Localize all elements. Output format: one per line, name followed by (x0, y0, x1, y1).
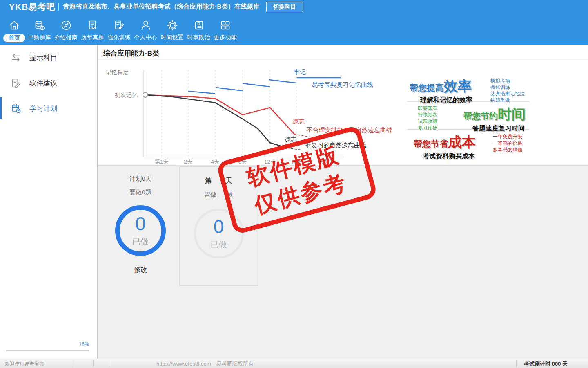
app-window: YKB易考吧 青海省直及地市、县事业单位招聘考试（综合应用能力·B类）在线题库 … (0, 0, 588, 368)
promo-headline: 帮您提高效率 理解和记忆的效率 (410, 77, 472, 105)
today-done-value: 0 (214, 217, 224, 236)
toolbar-item-current-affairs[interactable]: 时事政治 (185, 13, 212, 45)
toolbar-item-past-papers[interactable]: 历年真题 (79, 13, 106, 45)
exam-bank-title: 青海省直及地市、县事业单位招聘考试（综合应用能力·B类）在线题库 (63, 2, 259, 11)
svg-text:不复习的自然遗忘曲线: 不复习的自然遗忘曲线 (305, 141, 366, 148)
gear-icon (166, 18, 178, 33)
svg-text:初次记忆: 初次记忆 (114, 92, 138, 98)
today-done-ring: 0 已做 (194, 209, 244, 258)
done-count-ring: 0 已做 (115, 205, 166, 256)
toolbar-item-time-settings[interactable]: 时间设置 (159, 13, 185, 45)
promo-feature-list: 一年免费升级一本书的价格多本书的精髓 (493, 133, 522, 153)
svg-text:遗忘: 遗忘 (284, 136, 296, 143)
toolbar-label: 已购题库 (28, 34, 51, 41)
newspaper-icon (193, 18, 205, 33)
sidebar: 显示科目 软件建议 学习计划 16% (0, 45, 98, 359)
promo-subline: 考试资料购买成本 (414, 152, 476, 161)
toolbar-label: 更多功能 (214, 34, 237, 41)
progress-bar (6, 350, 89, 351)
done-label: 已做 (132, 236, 149, 247)
svg-text:天数: 天数 (318, 159, 330, 165)
svg-text:2天: 2天 (184, 159, 192, 165)
app-header: YKB易考吧 青海省直及地市、县事业单位招聘考试（综合应用能力·B类）在线题库 … (0, 0, 588, 13)
exam-countdown-text: 考试倒计时 000 天 (524, 360, 568, 368)
statusbar-divider (93, 360, 94, 367)
svg-text:不合理安排复习的自然遗忘曲线: 不合理安排复习的自然遗忘曲线 (306, 126, 392, 133)
page-title-bar: 综合应用能力·B类 (98, 45, 588, 59)
toolbar-label: 强化训练 (108, 34, 131, 41)
toolbar-item-home[interactable]: 首页 (2, 13, 26, 45)
toolbar-label: 时间设置 (161, 34, 184, 41)
promo-feature-list: 即答即看智能阅卷试题收藏复习便捷 (418, 105, 437, 131)
document-edit-icon (113, 18, 125, 33)
statusbar-copyright-url: https://www.etest8.com－易考吧版权所有 (156, 360, 254, 368)
toolbar-item-more-functions[interactable]: 更多功能 (212, 13, 238, 45)
promo-row-efficiency: 帮您提高效率 理解和记忆的效率 模拟考场强化训练艾宾浩斯记忆法错题重做 (407, 76, 530, 102)
done-count-value: 0 (135, 214, 146, 233)
sidebar-item-software-suggestions[interactable]: 软件建议 (0, 70, 97, 96)
sidebar-item-label: 学习计划 (29, 104, 57, 113)
today-need-label: 需做题 (180, 191, 258, 199)
memory-curve-panel: 第1天2天4天6天12天N天天数记忆程度初次记忆牢记易考宝典复习记忆曲线遗忘不合… (98, 59, 588, 166)
sidebar-progress: 16% (6, 341, 89, 351)
toolbar-label: 个人中心 (134, 34, 157, 41)
today-day-label: 第天 (180, 167, 258, 185)
svg-text:N天: N天 (292, 159, 301, 165)
promo-headline: 帮您节约时间 答题速度复习时间 (463, 105, 526, 133)
toolbar-item-intro-guide[interactable]: 介绍指南 (53, 13, 79, 45)
edit-plan-button[interactable]: 修改 (102, 266, 178, 274)
sidebar-item-study-plan[interactable]: 学习计划 (0, 96, 97, 121)
promo-headline: 帮您节省成本 考试资料购买成本 (414, 133, 476, 161)
toolbar-item-intensive-training[interactable]: 强化训练 (106, 13, 132, 45)
done-label: 已做 (211, 239, 227, 250)
plan-card-today: 第天 需做题 0 已做 (179, 166, 258, 286)
main-content: 综合应用能力·B类 第1天2天4天6天12天N天天数记忆程度初次记忆牢记易考宝典… (98, 45, 588, 359)
study-plan-icon (11, 103, 21, 114)
sidebar-item-show-subjects[interactable]: 显示科目 (0, 45, 97, 70)
svg-text:12天: 12天 (264, 159, 276, 165)
toolbar-label: 历年真题 (81, 34, 104, 41)
switch-subject-button[interactable]: 切换科目 (266, 2, 303, 12)
svg-text:记忆程度: 记忆程度 (105, 69, 129, 76)
promo-panel: 帮您提高效率 理解和记忆的效率 模拟考场强化训练艾宾浩斯记忆法错题重做 即答即看… (407, 76, 530, 157)
sidebar-item-label: 显示科目 (29, 53, 57, 63)
compass-icon (60, 18, 72, 33)
plan-card-overview: 计划0天 要做0题 0 已做 修改 (102, 167, 178, 274)
main-toolbar: 首页 已购题库 介绍指南 历年真题 强化训练 (0, 13, 588, 45)
toolbar-label: 首页 (3, 34, 25, 42)
plan-total-label: 要做0题 (102, 188, 178, 196)
svg-text:第1天: 第1天 (155, 159, 169, 165)
person-icon (140, 18, 152, 33)
svg-text:6天: 6天 (238, 159, 247, 165)
toolbar-item-personal-center[interactable]: 个人中心 (132, 13, 159, 45)
suggestion-icon (11, 78, 21, 88)
toolbar-label: 时事政治 (187, 34, 210, 41)
document-check-icon (87, 18, 99, 33)
sidebar-item-label: 软件建议 (29, 79, 57, 88)
toolbar-item-purchased-banks[interactable]: 已购题库 (26, 13, 53, 45)
page-title: 综合应用能力·B类 (98, 45, 588, 58)
promo-feature-list: 模拟考场强化训练艾宾浩斯记忆法错题重做 (490, 77, 525, 103)
memory-curve-chart: 第1天2天4天6天12天N天天数记忆程度初次记忆牢记易考宝典复习记忆曲线遗忘不合… (98, 60, 408, 165)
study-plan-section: 计划0天 要做0题 0 已做 修改 第天 需做题 0 已做 (98, 167, 588, 286)
grid-icon (219, 18, 232, 33)
statusbar-divider (516, 360, 517, 367)
svg-text:遗忘: 遗忘 (292, 118, 305, 125)
promo-row-time: 即答即看智能阅卷试题收藏复习便捷 帮您节约时间 答题速度复习时间 (407, 102, 530, 130)
app-logo: YKB易考吧 (9, 1, 55, 13)
svg-text:易考宝典复习记忆曲线: 易考宝典复习记忆曲线 (312, 81, 373, 88)
svg-text:4天: 4天 (211, 159, 219, 165)
promo-row-cost: 帮您节省成本 考试资料购买成本 一年免费升级一本书的价格多本书的精髓 (407, 130, 530, 157)
statusbar-welcome-text: 欢迎使用易考宝典 (5, 361, 44, 368)
plan-days-label: 计划0天 (102, 167, 178, 183)
home-icon (8, 18, 20, 33)
toolbar-label: 介绍指南 (55, 34, 78, 41)
swap-icon (11, 52, 21, 63)
svg-text:牢记: 牢记 (294, 68, 306, 75)
database-add-icon (33, 18, 46, 33)
status-bar: 欢迎使用易考宝典 https://www.etest8.com－易考吧版权所有 … (0, 359, 588, 368)
statusbar-divider (73, 360, 73, 367)
progress-bar-fill (6, 350, 89, 351)
logo-divider (58, 3, 59, 11)
statusbar-divider (109, 360, 109, 367)
